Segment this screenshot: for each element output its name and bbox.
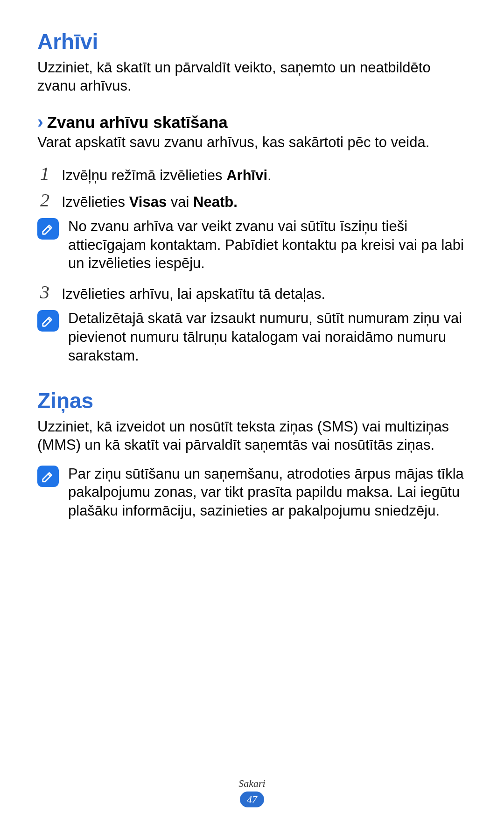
note-icon [37,310,59,332]
text: vai [167,194,193,210]
step-text: Izvēlieties Visas vai Neatb. [62,190,238,212]
step-text: Izvēlieties arhīvu, lai apskatītu tā det… [62,282,325,304]
page-number-badge: 47 [240,792,264,807]
footer: Sakari 47 [0,778,504,807]
note-text: Detalizētajā skatā var izsaukt numuru, s… [68,308,467,365]
subheading-row: › Zvanu arhīvu skatīšana [37,113,467,132]
step-2: 2 Izvēlieties Visas vai Neatb. [37,190,467,212]
note-block: Par ziņu sūtīšanu un saņemšanu, atrodoti… [37,464,467,520]
step-1: 1 Izvēļņu režīmā izvēlieties Arhīvi. [37,163,467,185]
note-text: Par ziņu sūtīšanu un saņemšanu, atrodoti… [68,464,467,520]
step-number: 1 [37,163,52,184]
text: Izvēlieties [62,194,129,210]
text: Izvēļņu režīmā izvēlieties [62,167,226,184]
chevron-icon: › [37,113,43,131]
bold-text: Visas [129,194,167,210]
heading-zinas: Ziņas [37,388,467,413]
bold-text: Arhīvi [226,167,267,184]
subheading-zvanu: Zvanu arhīvu skatīšana [47,113,228,132]
bold-text: Neatb. [193,194,238,210]
note-icon [37,466,59,487]
note-text: No zvanu arhīva var veikt zvanu vai sūtī… [68,216,467,273]
step-text: Izvēļņu režīmā izvēlieties Arhīvi. [62,163,272,185]
page: Arhīvi Uzziniet, kā skatīt un pārvaldīt … [0,0,504,827]
sub-intro: Varat apskatīt savu zvanu arhīvus, kas s… [37,134,467,152]
heading-arhivi: Arhīvi [37,29,467,54]
note-block: No zvanu arhīva var veikt zvanu vai sūtī… [37,216,467,273]
section-arhivi: Arhīvi Uzziniet, kā skatīt un pārvaldīt … [37,29,467,365]
intro-zinas: Uzziniet, kā izveidot un nosūtīt teksta … [37,418,467,454]
footer-category: Sakari [0,778,504,790]
step-number: 2 [37,190,52,211]
step-number: 3 [37,282,52,303]
text: . [267,167,272,184]
note-block: Detalizētajā skatā var izsaukt numuru, s… [37,308,467,365]
note-icon [37,218,59,240]
step-3: 3 Izvēlieties arhīvu, lai apskatītu tā d… [37,282,467,304]
intro-arhivi: Uzziniet, kā skatīt un pārvaldīt veikto,… [37,59,467,95]
section-zinas: Ziņas Uzziniet, kā izveidot un nosūtīt t… [37,388,467,520]
